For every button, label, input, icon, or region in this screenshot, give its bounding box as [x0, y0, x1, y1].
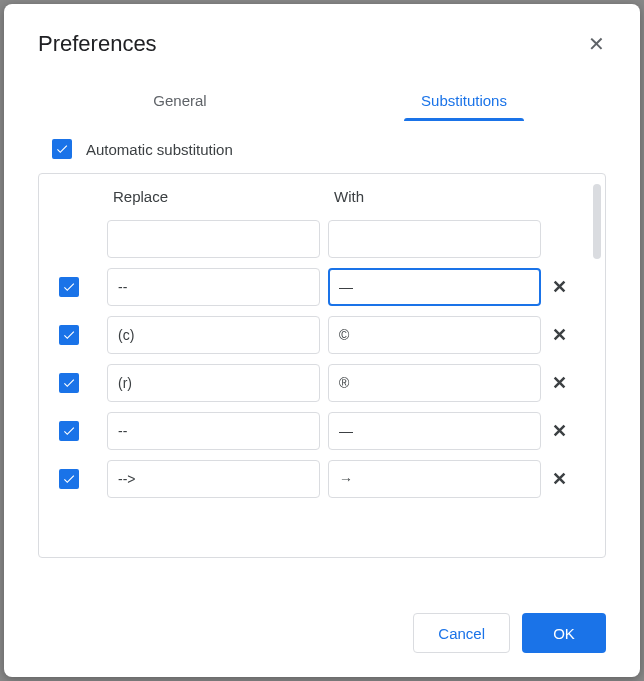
delete-icon: ✕: [552, 324, 567, 346]
auto-substitution-row: Automatic substitution: [4, 121, 640, 173]
table-row: ✕: [59, 311, 581, 359]
scrollbar[interactable]: [593, 184, 601, 259]
with-input[interactable]: [328, 412, 541, 450]
checkmark-icon: [62, 328, 76, 342]
replace-input[interactable]: [107, 412, 320, 450]
table-row: [59, 215, 581, 263]
auto-substitution-label: Automatic substitution: [86, 141, 233, 158]
checkmark-icon: [62, 376, 76, 390]
close-button[interactable]: ✕: [580, 28, 612, 60]
close-icon: ✕: [588, 32, 605, 56]
delete-row-button[interactable]: ✕: [545, 465, 573, 493]
table-header-row: Replace With: [59, 174, 581, 215]
replace-input[interactable]: [107, 364, 320, 402]
tab-general[interactable]: General: [38, 80, 322, 121]
checkmark-icon: [55, 142, 69, 156]
checkmark-icon: [62, 424, 76, 438]
cancel-button[interactable]: Cancel: [413, 613, 510, 653]
with-input[interactable]: [328, 364, 541, 402]
tab-substitutions[interactable]: Substitutions: [322, 80, 606, 121]
table-row: ✕: [59, 407, 581, 455]
table-row: ✕: [59, 455, 581, 503]
row-enabled-checkbox[interactable]: [59, 277, 79, 297]
delete-icon: ✕: [552, 420, 567, 442]
with-input[interactable]: [328, 220, 541, 258]
row-enabled-checkbox[interactable]: [59, 373, 79, 393]
replace-input[interactable]: [107, 220, 320, 258]
delete-icon: ✕: [552, 276, 567, 298]
dialog-header: Preferences ✕: [4, 4, 640, 72]
table-scroll-area[interactable]: Replace With ✕✕✕✕✕: [39, 174, 605, 557]
with-input[interactable]: [328, 460, 541, 498]
auto-substitution-checkbox[interactable]: [52, 139, 72, 159]
replace-input[interactable]: [107, 268, 320, 306]
table-row: ✕: [59, 359, 581, 407]
column-header-replace: Replace: [103, 188, 324, 205]
dialog-footer: Cancel OK: [4, 589, 640, 677]
row-enabled-checkbox[interactable]: [59, 421, 79, 441]
delete-row-button[interactable]: ✕: [545, 321, 573, 349]
row-enabled-checkbox[interactable]: [59, 469, 79, 489]
dialog-title: Preferences: [38, 31, 157, 57]
column-header-with: With: [324, 188, 545, 205]
replace-input[interactable]: [107, 316, 320, 354]
with-input[interactable]: [328, 268, 541, 306]
substitutions-table: Replace With ✕✕✕✕✕: [38, 173, 606, 558]
row-enabled-checkbox[interactable]: [59, 325, 79, 345]
with-input[interactable]: [328, 316, 541, 354]
delete-icon: ✕: [552, 372, 567, 394]
delete-row-button[interactable]: ✕: [545, 417, 573, 445]
checkmark-icon: [62, 472, 76, 486]
checkmark-icon: [62, 280, 76, 294]
table-row: ✕: [59, 263, 581, 311]
delete-icon: ✕: [552, 468, 567, 490]
ok-button[interactable]: OK: [522, 613, 606, 653]
replace-input[interactable]: [107, 460, 320, 498]
preferences-dialog: Preferences ✕ General Substitutions Auto…: [4, 4, 640, 677]
delete-row-button[interactable]: ✕: [545, 369, 573, 397]
tabs: General Substitutions: [4, 80, 640, 121]
delete-row-button[interactable]: ✕: [545, 273, 573, 301]
